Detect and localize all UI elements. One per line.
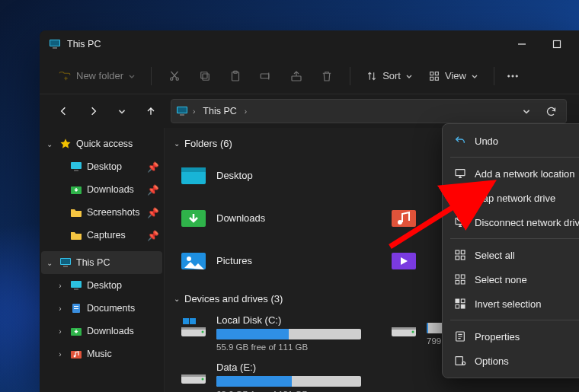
maximize-button[interactable] [539,30,574,58]
more-button[interactable] [499,63,526,89]
pin-icon[interactable]: 📌 [147,230,158,241]
folder-icon [70,229,82,241]
menu-disconnect-network-drive[interactable]: Disconnect network drive [446,210,579,234]
menu-undo[interactable]: Undo [446,129,579,153]
pin-icon[interactable]: 📌 [147,184,158,196]
refresh-button[interactable] [540,100,561,122]
menu-options[interactable]: Options [446,349,579,373]
svg-rect-73 [456,357,462,365]
options-icon [453,354,467,368]
forward-button[interactable] [81,99,105,123]
svg-point-18 [512,75,513,76]
this-pc-icon [176,105,188,117]
chevron-right-icon[interactable]: › [55,304,66,313]
folder-pictures[interactable]: Pictures [175,241,370,280]
svg-rect-12 [292,76,301,81]
drive-icon [178,359,209,390]
breadcrumb-this-pc[interactable]: This PC [200,104,239,118]
sidebar-label: Screenshots [87,207,142,218]
menu-properties[interactable]: Properties [446,324,579,349]
titlebar: This PC [40,30,579,58]
sidebar-pc-desktop[interactable]: › Desktop [41,274,162,297]
share-button[interactable] [283,63,310,89]
more-menu: Undo Add a network location Map network … [442,123,579,378]
sidebar-this-pc[interactable]: ⌄ This PC [41,251,162,274]
svg-rect-66 [456,280,459,284]
new-folder-button[interactable]: New folder [52,63,142,89]
drive-usage-bar [216,376,361,387]
chevron-right-icon[interactable]: › [55,327,66,336]
chevron-right-icon[interactable]: › [55,350,66,359]
svg-rect-52 [392,327,416,330]
copy-button[interactable] [191,63,219,89]
svg-rect-1 [50,40,59,46]
disconnect-drive-icon [453,215,467,229]
sidebar-pc-music[interactable]: › Music [41,343,162,365]
sort-label: Sort [382,70,401,81]
svg-point-56 [202,378,204,381]
sidebar-quick-access[interactable]: ⌄ Quick access [41,132,162,155]
view-button[interactable]: View [422,63,485,89]
recent-locations-button[interactable] [110,99,134,123]
sidebar-quick-downloads[interactable]: Downloads 📌 [41,178,162,201]
folders-header-label: Folders (6) [184,138,232,149]
chevron-down-icon[interactable]: ⌄ [172,295,181,303]
sidebar-label: Captures [87,230,142,241]
chevron-down-icon[interactable]: ⌄ [44,140,55,148]
address-bar[interactable]: › This PC › [171,99,567,123]
chevron-right-icon[interactable]: › [191,107,197,116]
navigation-pane: ⌄ Quick access Desktop 📌 Downloads 📌 Scr… [40,128,165,392]
sidebar-label: Desktop [87,280,158,291]
menu-separator [450,320,579,320]
sidebar-pc-downloads[interactable]: › Downloads [41,320,162,343]
sort-button[interactable]: Sort [360,63,419,89]
sidebar-label: Downloads [87,326,158,336]
desktop-icon [178,160,209,190]
menu-label: Select all [475,250,515,261]
sidebar-pc-documents[interactable]: › Documents [41,297,162,320]
view-label: View [445,70,466,81]
undo-icon [453,134,467,148]
cut-button[interactable] [161,63,188,89]
svg-rect-27 [61,259,70,264]
svg-rect-50 [183,318,189,323]
pin-icon[interactable]: 📌 [147,161,158,173]
menu-map-network-drive[interactable]: Map network drive [446,186,579,210]
menu-select-all[interactable]: Select all [446,243,579,267]
item-label: Pictures [216,255,252,266]
item-label: Downloads [216,212,265,224]
menu-select-none[interactable]: Select none [446,267,579,292]
folder-downloads[interactable]: Downloads [175,198,370,237]
svg-rect-4 [554,41,561,48]
address-history-button[interactable] [516,100,537,122]
sidebar-quick-captures[interactable]: Captures 📌 [41,224,162,247]
item-label: Desktop [216,170,253,181]
rename-button[interactable] [252,63,280,89]
sidebar-quick-desktop[interactable]: Desktop 📌 [41,155,162,178]
folder-desktop[interactable]: Desktop [175,155,370,195]
svg-rect-7 [203,74,209,80]
svg-rect-63 [461,256,465,260]
drive-free-text: 63.6 GB free of 131 GB [216,390,367,393]
drive-local-c[interactable]: Local Disk (C:) 55.9 GB free of 111 GB [175,311,370,355]
chevron-right-icon[interactable]: › [55,282,66,290]
chevron-right-icon[interactable]: › [243,107,248,116]
delete-button[interactable] [313,63,341,89]
menu-invert-selection[interactable]: Invert selection [446,292,579,316]
drive-data-e[interactable]: Data (E:) 63.6 GB free of 131 GB [175,358,370,392]
svg-rect-46 [181,327,206,330]
minimize-button[interactable] [504,30,539,58]
downloads-icon [70,183,82,196]
svg-rect-60 [456,250,459,254]
pin-icon[interactable]: 📌 [147,207,158,218]
paste-button[interactable] [222,63,249,89]
svg-rect-62 [456,256,459,260]
up-button[interactable] [139,99,163,123]
sidebar-label: Downloads [87,184,142,195]
chevron-down-icon[interactable]: ⌄ [172,139,181,148]
sidebar-quick-screenshots[interactable]: Screenshots 📌 [41,201,162,224]
menu-add-network-location[interactable]: Add a network location [446,161,579,186]
chevron-down-icon[interactable]: ⌄ [44,259,55,267]
back-button[interactable] [52,99,76,123]
svg-rect-30 [74,288,78,290]
